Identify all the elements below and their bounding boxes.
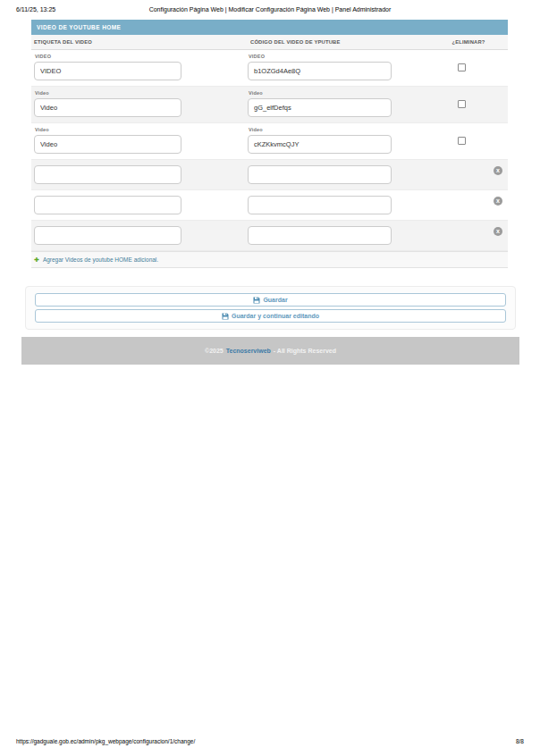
etiqueta-input[interactable] <box>34 165 181 184</box>
codigo-input[interactable] <box>248 98 392 117</box>
etiqueta-input[interactable] <box>34 98 181 117</box>
eliminar-cell <box>429 87 508 122</box>
codigo-input[interactable] <box>248 135 392 154</box>
codigo-cell <box>248 221 429 250</box>
module-title: VIDEO DE YOUTUBE HOME <box>31 20 508 35</box>
etiqueta-input[interactable] <box>34 62 181 80</box>
print-page-number: 8/8 <box>516 738 524 744</box>
eliminar-cell <box>429 50 508 86</box>
etiqueta-cell <box>31 221 248 250</box>
codigo-cell <box>248 190 429 220</box>
eliminar-cell <box>429 123 508 159</box>
table-header-row: ETIQUETA DEL VIDEO CÓDIGO DEL VIDEO DE Y… <box>31 35 508 50</box>
etiqueta-input[interactable] <box>34 196 181 214</box>
save-button-label: Guardar <box>263 297 287 303</box>
print-footer: https://gadguale.gob.ec/admin/pkg_webpag… <box>0 738 540 749</box>
column-header-eliminar: ¿ELIMINAR? <box>429 35 508 49</box>
plus-icon: ✚ <box>34 256 39 263</box>
save-continue-button[interactable]: Guardar y continuar editando <box>35 309 506 323</box>
codigo-input[interactable] <box>248 165 392 184</box>
print-header: 6/11/25, 13:25 Configuración Página Web … <box>0 5 540 16</box>
field-label: VIDEO <box>249 54 429 59</box>
brand-link[interactable]: Tecnoserviweb <box>226 348 271 354</box>
table-row: VIDEO VIDEO <box>31 50 508 87</box>
column-header-codigo: CÓDIGO DEL VIDEO DE YPUTUBE <box>248 35 429 49</box>
remove-row-icon[interactable]: x <box>494 197 502 206</box>
etiqueta-input[interactable] <box>34 135 181 154</box>
table-row: Video Video <box>31 123 508 160</box>
copyright-text: ©2025 <box>205 348 224 354</box>
table-row-empty: x <box>31 221 508 251</box>
eliminar-checkbox[interactable] <box>458 100 466 108</box>
site-footer: ©2025 Tecnoserviweb - All Rights Reserve… <box>21 337 519 365</box>
table-row: Video Video <box>31 87 508 123</box>
field-label: Video <box>249 127 429 132</box>
etiqueta-cell <box>31 160 248 189</box>
remove-row-icon[interactable]: x <box>494 227 502 236</box>
table-row-empty: x <box>31 190 508 221</box>
content-area: VIDEO DE YOUTUBE HOME ETIQUETA DEL VIDEO… <box>25 20 516 365</box>
etiqueta-cell: VIDEO <box>31 50 248 86</box>
save-button[interactable]: Guardar <box>35 293 506 307</box>
etiqueta-cell <box>31 190 248 220</box>
save-icon <box>222 313 229 320</box>
submit-row: Guardar Guardar y continuar editando <box>25 286 516 330</box>
save-continue-button-label: Guardar y continuar editando <box>232 313 319 319</box>
print-page-title: Configuración Página Web | Modificar Con… <box>0 6 540 13</box>
field-label: Video <box>35 90 248 96</box>
codigo-cell: VIDEO <box>248 50 429 86</box>
codigo-input[interactable] <box>248 226 392 245</box>
etiqueta-input[interactable] <box>34 226 181 245</box>
etiqueta-cell: Video <box>31 87 248 122</box>
remove-cell: x <box>429 190 508 220</box>
youtube-home-module: VIDEO DE YOUTUBE HOME ETIQUETA DEL VIDEO… <box>31 20 508 268</box>
add-video-link[interactable]: Agregar Videos de youtube HOME adicional… <box>43 256 158 263</box>
table-row-empty: x <box>31 160 508 190</box>
codigo-input[interactable] <box>248 62 392 80</box>
etiqueta-cell: Video <box>31 123 248 159</box>
column-header-etiqueta: ETIQUETA DEL VIDEO <box>31 35 248 49</box>
add-row: ✚ Agregar Videos de youtube HOME adicion… <box>31 251 508 268</box>
codigo-cell: Video <box>248 123 429 159</box>
codigo-input[interactable] <box>248 196 392 214</box>
remove-cell: x <box>429 221 508 250</box>
field-label: Video <box>35 127 248 132</box>
field-label: VIDEO <box>35 54 248 59</box>
eliminar-checkbox[interactable] <box>458 137 466 145</box>
field-label: Video <box>249 90 429 96</box>
remove-cell: x <box>429 160 508 189</box>
codigo-cell: Video <box>248 87 429 122</box>
eliminar-checkbox[interactable] <box>458 63 466 71</box>
codigo-cell <box>248 160 429 189</box>
remove-row-icon[interactable]: x <box>494 166 502 175</box>
rights-text: - All Rights Reserved <box>274 348 336 354</box>
save-icon <box>253 297 260 304</box>
print-url: https://gadguale.gob.ec/admin/pkg_webpag… <box>16 738 195 744</box>
